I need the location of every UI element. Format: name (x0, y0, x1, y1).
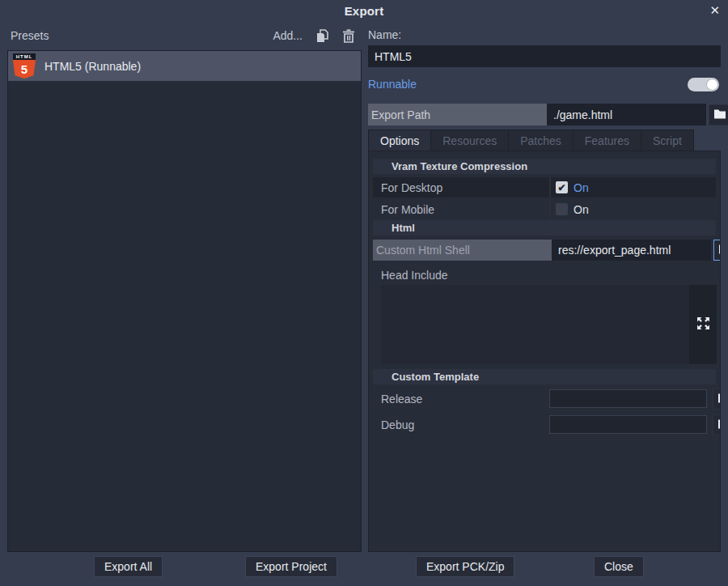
folder-icon (717, 418, 722, 431)
release-input[interactable] (549, 389, 707, 408)
row-debug: Debug (373, 414, 716, 435)
export-path-input[interactable] (547, 104, 706, 125)
folder-icon (718, 244, 722, 257)
export-all-button[interactable]: Export All (94, 556, 163, 577)
presets-title: Presets (11, 29, 273, 42)
delete-preset-button[interactable] (341, 29, 355, 43)
release-label: Release (373, 393, 549, 406)
preset-item-label: HTML5 (Runnable) (44, 60, 141, 73)
export-pck-zip-button[interactable]: Export PCK/Zip (416, 556, 514, 577)
for-desktop-on-label: On (574, 181, 589, 194)
head-include-textarea[interactable] (381, 285, 689, 364)
duplicate-icon (315, 29, 329, 43)
preset-item-html5[interactable]: HTML 5 HTML5 (Runnable) (8, 51, 361, 81)
head-include-editor (381, 285, 717, 364)
dialog-title: Export (345, 4, 384, 18)
export-path-label: Export Path (368, 104, 547, 125)
for-desktop-value: ✔ On (549, 177, 716, 197)
row-for-mobile: For Mobile On (373, 199, 716, 219)
custom-html-shell-input[interactable] (552, 240, 711, 261)
for-mobile-value: On (549, 199, 716, 219)
export-form: Name: Runnable Export Path Options Resou… (368, 21, 721, 552)
expand-editor-button[interactable] (695, 316, 711, 333)
row-release: Release (373, 389, 716, 409)
close-button[interactable]: Close (594, 556, 644, 577)
dialog-body: Presets Add... (0, 21, 728, 552)
dialog-titlebar: Export ✕ (0, 0, 728, 21)
tab-options[interactable]: Options (368, 130, 431, 151)
section-vram-texture-compression: Vram Texture Compression (373, 159, 716, 174)
presets-header: Presets Add... (7, 21, 362, 50)
checkmark-icon: ✔ (557, 182, 565, 193)
row-custom-html-shell: Custom Html Shell (373, 240, 716, 261)
head-include-toolbar (689, 285, 717, 364)
for-desktop-checkbox[interactable]: ✔ (556, 181, 568, 193)
runnable-row: Runnable (368, 74, 721, 94)
toggle-knob (706, 79, 718, 91)
name-label: Name: (368, 28, 721, 45)
trash-icon (342, 29, 355, 43)
for-desktop-label: For Desktop (373, 181, 549, 194)
html5-logo-icon: HTML 5 (13, 53, 36, 79)
export-project-button[interactable]: Export Project (245, 556, 337, 577)
head-include-label: Head Include (373, 267, 716, 283)
duplicate-preset-button[interactable] (315, 29, 329, 43)
for-mobile-on-label: On (574, 203, 589, 216)
tab-bar: Options Resources Patches Features Scrip… (368, 130, 721, 151)
runnable-toggle[interactable] (688, 78, 719, 91)
export-path-row: Export Path (368, 104, 721, 125)
tab-resources[interactable]: Resources (431, 130, 509, 151)
expand-icon (697, 317, 709, 332)
tab-script[interactable]: Script (641, 130, 694, 151)
options-panel: Vram Texture Compression For Desktop ✔ O… (368, 151, 721, 552)
folder-icon (713, 108, 726, 121)
preset-list: HTML 5 HTML5 (Runnable) (7, 50, 362, 552)
close-icon[interactable]: ✕ (709, 2, 720, 19)
dialog-footer: Export All Export Project Export PCK/Zip… (0, 552, 728, 586)
custom-html-shell-browse-button[interactable] (713, 240, 721, 261)
section-html: Html (373, 220, 716, 236)
row-for-desktop: For Desktop ✔ On (373, 177, 716, 197)
tab-features[interactable]: Features (574, 130, 641, 151)
tab-patches[interactable]: Patches (509, 130, 574, 151)
release-browse-button[interactable] (713, 389, 721, 410)
export-path-browse-button[interactable] (709, 104, 728, 125)
debug-label: Debug (373, 418, 549, 431)
debug-browse-button[interactable] (713, 414, 721, 435)
runnable-label[interactable]: Runnable (368, 78, 688, 91)
name-input[interactable] (368, 45, 721, 67)
custom-html-shell-label: Custom Html Shell (373, 240, 552, 261)
debug-input[interactable] (549, 415, 707, 434)
section-custom-template: Custom Template (373, 369, 716, 384)
for-mobile-checkbox[interactable] (556, 203, 568, 215)
add-preset-button[interactable]: Add... (273, 29, 303, 42)
for-mobile-label: For Mobile (373, 203, 549, 216)
folder-icon (717, 393, 722, 406)
presets-panel: Presets Add... (7, 21, 362, 552)
